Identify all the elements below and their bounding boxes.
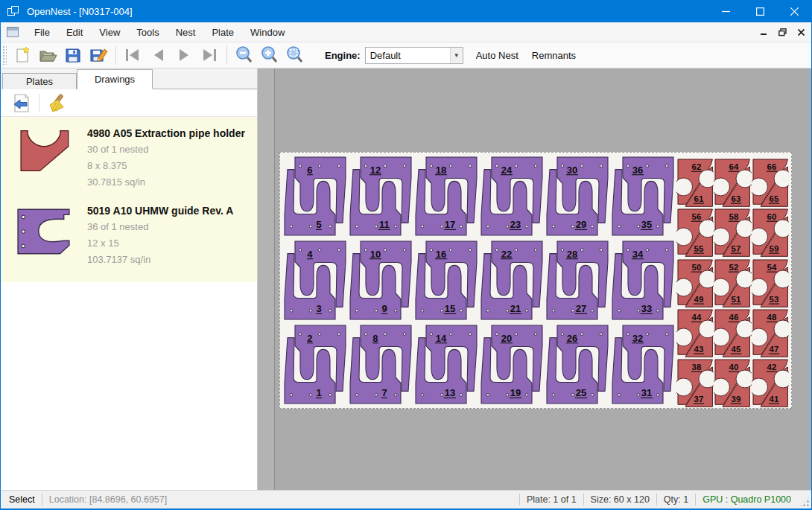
nest-part-pair-red[interactable]: 5049: [676, 258, 714, 308]
nest-part-pair-purple[interactable]: 43: [282, 238, 348, 322]
last-plate-icon[interactable]: [197, 44, 222, 66]
part-number: 15: [445, 303, 455, 314]
nest-part-pair-purple[interactable]: 1211: [348, 154, 413, 238]
menu-tools[interactable]: Tools: [128, 24, 167, 41]
status-size: Size: 60 x 120: [584, 494, 656, 505]
menu-edit[interactable]: Edit: [58, 24, 91, 41]
part-number: 9: [381, 303, 387, 314]
tab-drawings[interactable]: Drawings: [77, 69, 153, 89]
nest-part-pair-purple[interactable]: 109: [348, 238, 413, 322]
nest-canvas[interactable]: 6512111817242330293635431091615222128273…: [275, 68, 811, 490]
auto-nest-button[interactable]: Auto Nest: [469, 45, 525, 66]
nest-part-pair-red[interactable]: 4241: [752, 358, 789, 408]
drawing-meta: 4980 A05 Extraction pipe holder 30 of 1 …: [80, 126, 253, 193]
part-number: 28: [567, 249, 577, 260]
part-number: 26: [567, 333, 577, 344]
nest-part-pair-red[interactable]: 6059: [752, 208, 789, 258]
part-number: 59: [769, 244, 778, 253]
drawing-nested-count: 30 of 1 nested: [87, 144, 253, 155]
mdi-restore-icon[interactable]: [774, 25, 790, 39]
back-icon[interactable]: [10, 92, 34, 114]
nest-part-pair-red[interactable]: 5857: [714, 208, 751, 258]
part-number: 7: [381, 387, 387, 398]
nest-part-pair-red[interactable]: 5453: [752, 258, 789, 308]
nest-part-pair-purple[interactable]: 65: [282, 154, 348, 238]
zoom-in-icon[interactable]: [257, 44, 282, 66]
nest-part-pair-purple[interactable]: 2221: [479, 238, 545, 322]
maximize-button[interactable]: [743, 0, 777, 22]
nest-part-pair-red[interactable]: 5251: [714, 258, 751, 308]
panel-splitter[interactable]: [258, 68, 275, 490]
menu-view[interactable]: View: [91, 24, 128, 41]
remnants-button[interactable]: Remnants: [525, 45, 583, 66]
save-as-icon[interactable]: [86, 44, 111, 66]
close-button[interactable]: [777, 0, 811, 22]
chevron-down-icon[interactable]: ▼: [450, 48, 463, 63]
part-number: 8: [372, 333, 378, 344]
nest-part-pair-purple[interactable]: 21: [282, 322, 348, 407]
clear-broom-icon[interactable]: [45, 92, 69, 114]
part-number: 44: [692, 313, 702, 322]
nest-part-pair-red[interactable]: 6261: [676, 158, 714, 208]
part-number: 3: [316, 303, 321, 314]
nest-part-pair-red[interactable]: 6665: [752, 158, 789, 208]
part-number: 14: [436, 333, 447, 344]
red-tiles: 6261646366655655585760595049525154534443…: [676, 158, 790, 409]
nest-part-pair-purple[interactable]: 1413: [413, 322, 479, 407]
nest-part-pair-purple[interactable]: 1615: [413, 238, 479, 322]
drawing-item[interactable]: 4980 A05 Extraction pipe holder 30 of 1 …: [1, 120, 257, 197]
zoom-out-icon[interactable]: [232, 44, 257, 66]
save-icon[interactable]: [60, 44, 86, 66]
menu-file[interactable]: File: [26, 24, 58, 41]
drawing-title: 4980 A05 Extraction pipe holder: [87, 127, 253, 139]
nest-part-pair-purple[interactable]: 2625: [545, 322, 610, 407]
nest-part-pair-purple[interactable]: 2019: [479, 322, 545, 407]
status-location: Location: [84.8696, 60.6957]: [42, 494, 174, 505]
nest-part-pair-purple[interactable]: 3635: [610, 154, 676, 238]
minimize-button[interactable]: [708, 0, 743, 22]
drawing-area: 103.7137 sq/in: [87, 254, 253, 265]
engine-select[interactable]: Default ▼: [365, 47, 463, 64]
nest-part-pair-red[interactable]: 4039: [714, 358, 751, 408]
first-plate-icon[interactable]: [121, 44, 146, 66]
nest-part-pair-red[interactable]: 4443: [676, 308, 714, 358]
part-number: 40: [729, 363, 739, 372]
menu-window[interactable]: Window: [242, 24, 293, 41]
main-toolbar: Engine: Default ▼ Auto Nest Remnants: [1, 42, 811, 68]
status-mode: Select: [2, 494, 42, 505]
nest-part-pair-red[interactable]: 4847: [752, 308, 789, 358]
part-number: 22: [501, 249, 512, 260]
nest-part-pair-purple[interactable]: 2827: [545, 238, 610, 322]
part-number: 19: [510, 387, 521, 398]
mdi-minimize-icon[interactable]: [755, 25, 772, 39]
tab-plates[interactable]: Plates: [2, 73, 77, 89]
new-file-icon[interactable]: [10, 44, 35, 66]
next-plate-icon[interactable]: [171, 44, 197, 66]
menu-plate[interactable]: Plate: [203, 24, 242, 41]
mdi-close-icon[interactable]: [793, 25, 809, 39]
document-icon[interactable]: [7, 27, 19, 37]
nest-part-pair-red[interactable]: 3837: [676, 358, 714, 408]
nest-part-pair-purple[interactable]: 3433: [610, 238, 676, 322]
nest-part-pair-red[interactable]: 5655: [676, 208, 714, 258]
open-folder-icon[interactable]: [35, 44, 60, 66]
nest-part-pair-red[interactable]: 6463: [714, 158, 751, 208]
nest-part-pair-purple[interactable]: 2423: [479, 154, 545, 238]
part-number: 16: [436, 249, 446, 260]
part-number: 29: [576, 219, 586, 230]
previous-plate-icon[interactable]: [146, 44, 171, 66]
nest-part-pair-purple[interactable]: 3231: [610, 322, 676, 407]
engine-value: Default: [366, 48, 450, 63]
menu-nest[interactable]: Nest: [168, 24, 204, 41]
drawing-item[interactable]: 5019 A10 UHMW guide Rev. A 36 of 1 neste…: [1, 197, 257, 275]
plate[interactable]: 6512111817242330293635431091615222128273…: [279, 152, 792, 409]
zoom-fit-icon[interactable]: [282, 44, 308, 66]
part-number: 13: [445, 387, 455, 398]
nest-part-pair-purple[interactable]: 1817: [413, 154, 479, 238]
toolbar-grip[interactable]: [2, 45, 7, 65]
app-icon: [7, 6, 19, 17]
nest-part-pair-red[interactable]: 4645: [714, 308, 751, 358]
nest-part-pair-purple[interactable]: 87: [348, 322, 413, 407]
nest-part-pair-purple[interactable]: 3029: [545, 154, 610, 238]
resize-grip[interactable]: [799, 497, 810, 507]
